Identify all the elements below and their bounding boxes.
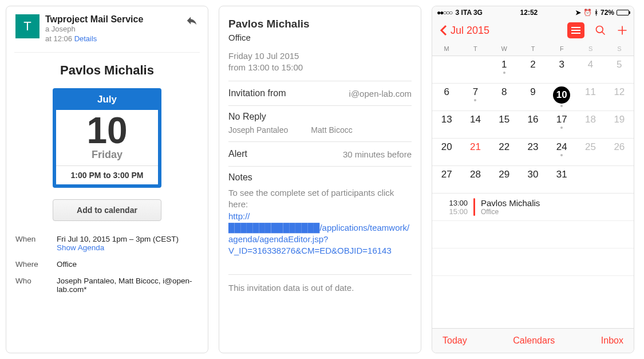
weekday-label: M — [432, 45, 461, 52]
recipient-line: a Joseph — [45, 25, 76, 33]
event-datetime: Friday 10 Jul 2015 from 13:00 to 15:00 — [228, 50, 412, 73]
bottom-toolbar: Today Calendars Inbox — [432, 328, 634, 353]
calendar-day[interactable]: 12 — [605, 84, 634, 111]
calendar-day[interactable]: 16 — [519, 111, 547, 139]
details-link[interactable]: Details — [74, 34, 97, 43]
reply-icon[interactable] — [185, 14, 199, 29]
battery-text: 72% — [600, 9, 614, 17]
mail-subline: a Joseph at 12:06 Details — [45, 25, 199, 44]
alert-value: 30 minutes before — [343, 149, 412, 159]
calendar-day[interactable]: 21 — [461, 139, 489, 166]
location-icon: ➤ — [575, 9, 581, 17]
card-time-range: 1:00 PM to 3:00 PM — [56, 165, 158, 184]
battery-icon — [617, 10, 629, 15]
event-date-line1: Friday 10 Jul 2015 — [228, 51, 299, 61]
calendar-day[interactable]: 3 — [547, 56, 576, 84]
sender-avatar: T — [15, 14, 39, 38]
calendar-day[interactable]: 27 — [432, 166, 461, 194]
calendar-day[interactable]: 22 — [490, 139, 519, 166]
svg-point-0 — [596, 26, 603, 33]
invitation-value: i@open-lab.com — [349, 89, 412, 98]
calendar-day[interactable]: 6 — [432, 84, 461, 111]
when-row: When Fri Jul 10, 2015 1pm – 3pm (CEST) S… — [15, 235, 199, 252]
calendar-day[interactable]: 29 — [490, 166, 519, 194]
event-title: Pavlos Michalis — [15, 63, 199, 78]
calendar-day[interactable]: 11 — [576, 84, 605, 111]
calendar-day[interactable]: 18 — [576, 111, 605, 139]
calendar-day[interactable]: 2 — [519, 56, 547, 84]
card-month: July — [56, 92, 158, 110]
invitation-row[interactable]: Invitation from i@open-lab.com — [228, 81, 412, 105]
add-icon[interactable] — [617, 25, 628, 36]
add-to-calendar-button[interactable]: Add to calendar — [53, 199, 161, 221]
calendar-day[interactable]: 26 — [605, 139, 634, 166]
empty-row — [432, 221, 634, 248]
notes-label: Notes — [228, 172, 412, 183]
calendar-day[interactable]: 19 — [605, 111, 634, 139]
search-icon[interactable] — [595, 25, 606, 36]
signal-dots-icon: ●●○○○ — [437, 9, 452, 17]
back-label: Jul 2015 — [451, 25, 489, 37]
weekday-label: T — [519, 45, 547, 52]
event-date-line2: from 13:00 to 15:00 — [228, 62, 303, 72]
calendar-card: July 10 Friday 1:00 PM to 3:00 PM — [53, 88, 161, 188]
calendars-button[interactable]: Calendars — [513, 336, 555, 346]
calendar-day[interactable]: 25 — [576, 139, 605, 166]
when-value: Fri Jul 10, 2015 1pm – 3pm (CEST) — [57, 235, 179, 243]
who-label: Who — [15, 277, 57, 294]
event-location: Office — [228, 33, 412, 42]
alert-row[interactable]: Alert 30 minutes before — [228, 141, 412, 166]
calendar-day[interactable]: 17 — [547, 111, 576, 139]
calendar-day[interactable]: 4 — [576, 56, 605, 84]
show-agenda-link[interactable]: Show Agenda — [57, 243, 199, 252]
who-row: Who Joseph Pantaleo, Matt Bicocc, i@open… — [15, 277, 199, 294]
calendar-day[interactable]: 20 — [432, 139, 461, 166]
calendar-day[interactable]: 13 — [432, 111, 461, 139]
card-weekday: Friday — [56, 149, 158, 165]
calendar-day — [432, 56, 461, 84]
calendar-day[interactable]: 15 — [490, 111, 519, 139]
calendar-day[interactable]: 14 — [461, 111, 489, 139]
participant-2: Matt Bicocc — [311, 125, 352, 135]
event-row-location: Office — [481, 208, 540, 216]
time-line: at 12:06 — [45, 34, 72, 43]
calendar-day[interactable]: 30 — [519, 166, 547, 194]
event-start: 13:00 — [439, 199, 468, 207]
weekday-label: T — [461, 45, 489, 52]
divider — [14, 52, 200, 53]
notes-link[interactable]: http://███████████████/applications/team… — [228, 211, 409, 256]
event-detail-panel: Pavlos Michalis Office Friday 10 Jul 201… — [219, 6, 421, 353]
calendar-day[interactable]: 9 — [519, 84, 547, 111]
calendar-day — [605, 166, 634, 194]
back-button[interactable]: Jul 2015 — [438, 25, 489, 37]
event-row[interactable]: 13:00 15:00 Pavlos Michalis Office — [432, 194, 634, 221]
event-title: Pavlos Michalis — [228, 18, 412, 30]
status-bar: ●●○○○ 3 ITA 3G 12:52 ➤ ⏰ ᚼ 72% — [432, 6, 634, 19]
invitation-label: Invitation from — [228, 88, 286, 98]
when-label: When — [15, 235, 57, 252]
sender-name: Twproject Mail Service — [45, 14, 199, 25]
calendar-day[interactable]: 31 — [547, 166, 576, 194]
calendar-day[interactable]: 28 — [461, 166, 489, 194]
weekday-label: S — [576, 45, 605, 52]
calendar-day[interactable]: 7 — [461, 84, 489, 111]
calendar-day[interactable]: 10 — [547, 84, 576, 111]
event-list: 13:00 15:00 Pavlos Michalis Office — [432, 194, 634, 328]
list-view-button[interactable] — [567, 22, 584, 38]
calendar-day[interactable]: 5 — [605, 56, 634, 84]
calendar-day[interactable]: 1 — [490, 56, 519, 84]
today-button[interactable]: Today — [442, 336, 467, 346]
calendar-day[interactable]: 24 — [547, 139, 576, 166]
svg-line-1 — [602, 32, 605, 35]
bluetooth-icon: ᚼ — [594, 9, 598, 17]
calendar-day[interactable]: 23 — [519, 139, 547, 166]
participant-1: Joseph Pantaleo — [228, 125, 288, 135]
where-value: Office — [57, 260, 199, 269]
calendar-day[interactable]: 8 — [490, 84, 519, 111]
inbox-button[interactable]: Inbox — [601, 336, 623, 346]
who-value: Joseph Pantaleo, Matt Bicocc, i@open-lab… — [57, 277, 199, 294]
weekday-label: F — [547, 45, 576, 52]
calendar-day — [461, 56, 489, 84]
where-row: Where Office — [15, 260, 199, 269]
weekday-label: S — [605, 45, 634, 52]
